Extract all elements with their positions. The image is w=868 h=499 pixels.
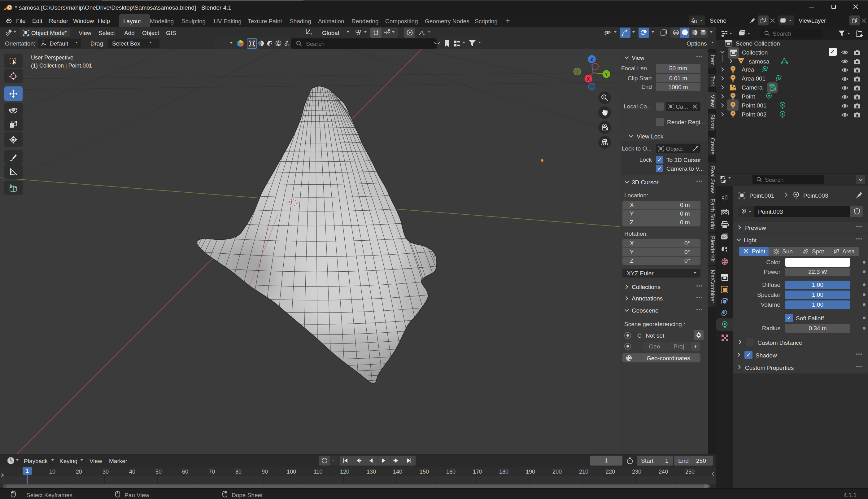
svg-text:Z: Z bbox=[591, 57, 593, 62]
svg-text:X: X bbox=[587, 76, 590, 82]
svg-text:Y: Y bbox=[605, 72, 608, 77]
